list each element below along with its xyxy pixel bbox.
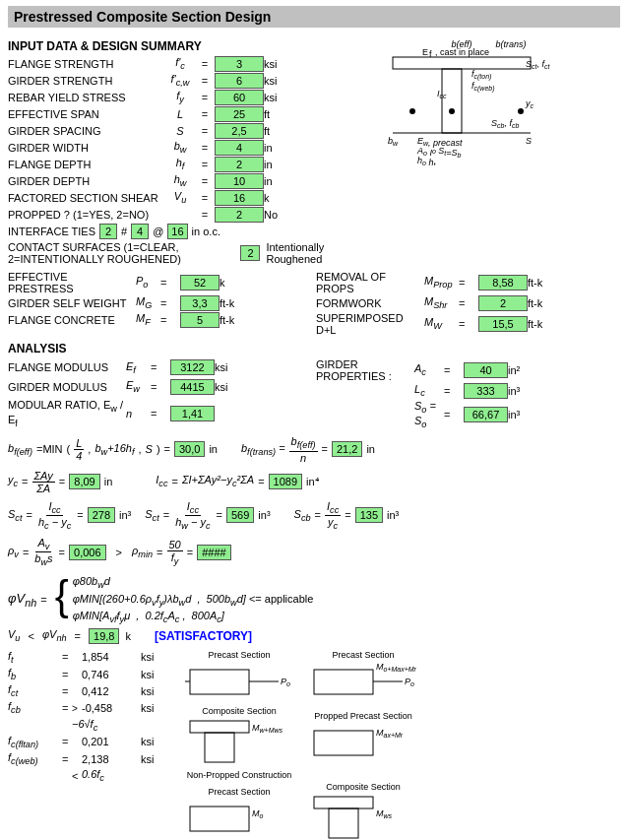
flange-mod-sym: Ef — [126, 360, 151, 375]
fcb-label: fcb — [8, 700, 62, 715]
left-inputs: INPUT DATA & DESIGN SUMMARY FLANGE STREN… — [8, 33, 343, 267]
svg-rect-30 — [190, 721, 249, 733]
shear-formula-outer: φVnh = { φ80bwd φMIN[(260+0.6ρvfy)λbwd ,… — [8, 575, 620, 624]
diagrams-right: Precast Section Po Precast Section Mo+Ma… — [185, 650, 620, 840]
yc-sym: yc — [8, 474, 18, 488]
modular-ratio-val: 1,41 — [170, 406, 215, 421]
bf-paren-open: ( — [67, 443, 71, 455]
bf-term2: bw+16hf — [94, 442, 134, 457]
case3: φMIN[Avffyμ , 0.2fcAc , 800Ac] — [73, 610, 314, 624]
formwork-sym: MShr — [424, 295, 459, 310]
scb-eq1: = — [315, 509, 321, 521]
ep-unit: k — [220, 277, 259, 289]
spacing-sym: S — [165, 125, 195, 137]
width-unit: in — [264, 142, 323, 154]
yc-unit: in — [104, 476, 113, 487]
interface-at: @ — [153, 226, 163, 237]
girder-strength-label: GIRDER STRENGTH — [8, 75, 165, 87]
icc-eq1: = — [172, 476, 178, 487]
bf-trans-label: bf(trans) = — [241, 442, 285, 457]
bf-trans-frac: bf(eff) n — [289, 435, 318, 463]
fb-unit: ksi — [141, 669, 170, 680]
scb-sym: Scb — [294, 508, 311, 523]
fcfltan-unit: ksi — [141, 736, 170, 747]
eq7: = — [195, 159, 215, 170]
fw-eq: = — [459, 297, 478, 309]
fb-val: 0,746 — [82, 669, 141, 680]
girder-strength-val: 6 — [215, 73, 264, 89]
sct2-val: 569 — [226, 507, 254, 523]
fcb-val: -0,458 — [82, 702, 141, 714]
composite-svg-2: Mws — [309, 792, 417, 840]
flange-strength-label: FLANGE STRENGTH — [8, 58, 165, 70]
composite-svg: Mw+Mws — [185, 716, 293, 770]
svg-rect-31 — [205, 733, 234, 762]
rp-eq: = — [459, 277, 478, 289]
rhomin-eq1: = — [157, 547, 162, 558]
bf-comma2: , — [138, 443, 141, 455]
span-unit: ft — [264, 108, 323, 120]
svg-text:fc(web): fc(web) — [471, 81, 495, 93]
icc-sym: Icc — [156, 474, 167, 488]
input-grid: FLANGE STRENGTH f'c = 3 ksi GIRDER STREN… — [8, 56, 343, 223]
bf-trans-val: 21,2 — [332, 441, 362, 457]
svg-rect-5 — [393, 57, 531, 69]
svg-point-12 — [409, 108, 415, 114]
svg-text:ho  ht: ho ht — [417, 156, 436, 165]
flange-depth-unit: in — [264, 159, 323, 170]
shear-label: FACTORED SECTION SHEAR — [8, 192, 165, 204]
bf-trans-unit: in — [366, 443, 375, 455]
svg-rect-26 — [314, 670, 373, 694]
rhomin-sym: ρmin — [132, 545, 153, 559]
flange-mod-label: FLANGE MODULUS — [8, 361, 126, 373]
s-formulas-line: Sct = Icc hc − yc = 278 in³ Sct = Icc hw… — [8, 500, 620, 531]
interface-ties-unit: in o.c. — [192, 226, 220, 237]
svg-rect-37 — [314, 797, 373, 808]
si-eq: = — [459, 318, 478, 330]
so-eq: = — [444, 409, 464, 420]
icc-formula: ΣI+ΣAy²−yc²ΣA — [182, 474, 254, 488]
eq3: = — [195, 92, 215, 103]
yc-eq2: = — [59, 476, 65, 487]
svg-text:Po: Po — [281, 677, 290, 687]
fm-unit: ksi — [215, 361, 254, 373]
formwork-val: 2 — [478, 295, 528, 311]
contact-desc: Intentionally Roughened — [266, 241, 343, 265]
girder-strength-unit: ksi — [264, 75, 323, 87]
flange-conc-sym: MF — [136, 312, 160, 327]
stress-grid: ft = 1,854 ksi fb = 0,746 ksi fct = 0,41… — [8, 650, 175, 784]
flange-depth-val: 2 — [215, 157, 264, 172]
sct2-eq1: = — [163, 509, 169, 521]
diagram-row-2: Composite Section Mw+Mws Non-Propped Con… — [185, 706, 620, 780]
rem-props-label: REMOVAL OF PROPS — [316, 271, 424, 294]
vu-label: Vu — [8, 628, 20, 643]
rhomin-eq2: = — [187, 547, 193, 558]
ep-eq: = — [160, 277, 180, 289]
svg-text:Max+Mr: Max+Mr — [376, 728, 404, 739]
lc-sym: Lc — [414, 383, 444, 398]
l-over-4: L 4 — [74, 437, 84, 462]
s-formulas-block: Sct = Icc hc − yc = 278 in³ Sct = Icc hw… — [8, 500, 620, 531]
bf-comma1: , — [88, 443, 91, 455]
ft-unit: ksi — [141, 651, 170, 663]
prestress-section: EFFECTIVE PRESTRESS Po = 52 k GIRDER SEL… — [8, 271, 620, 336]
shear-formula-cases: φ80bwd φMIN[(260+0.6ρvfy)λbwd , 500bwd] … — [73, 575, 314, 624]
rebar-unit: ksi — [264, 92, 323, 103]
rp-unit: ft-k — [528, 277, 562, 289]
interface-ties-val2: 4 — [131, 224, 149, 239]
mr-eq: = — [151, 408, 170, 420]
rebar-val: 60 — [215, 90, 264, 105]
precast-svg-1: Po — [185, 660, 293, 704]
fcfltan-eq: = — [62, 736, 72, 747]
ft-label: ft — [8, 650, 62, 665]
svg-text:bw: bw — [388, 136, 399, 147]
sct2-sym: Sct — [145, 508, 158, 523]
formwork-label: FORMWORK — [316, 297, 424, 309]
sct2-unit: in³ — [258, 509, 270, 521]
fb-label: fb — [8, 667, 62, 681]
interface-ties-val1: 2 — [99, 224, 117, 239]
flange-strength-sym: f'c — [165, 56, 195, 71]
gir-sw-val: 3,3 — [180, 295, 220, 311]
ft-eq: = — [62, 651, 72, 663]
rho-eq1: = — [23, 547, 29, 558]
